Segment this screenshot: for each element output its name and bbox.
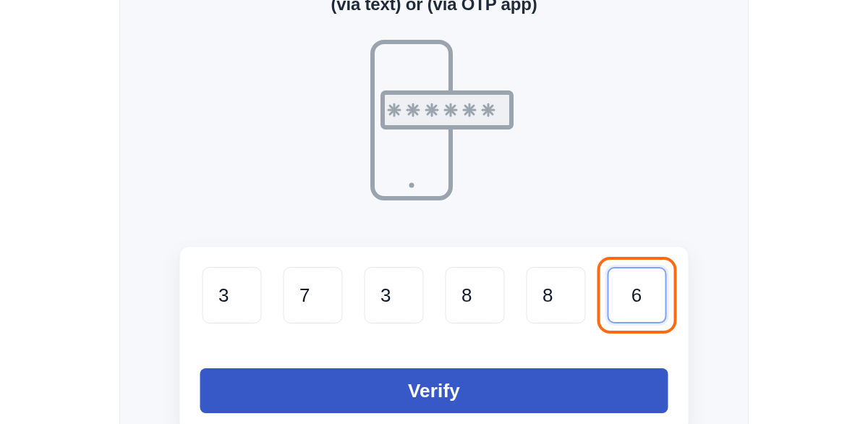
otp-digit-4[interactable] [445, 267, 504, 323]
verify-subtitle: (via text) or (via OTP app) [120, 0, 748, 14]
otp-input-row [200, 267, 668, 323]
phone-otp-icon [351, 36, 517, 231]
otp-digit-6[interactable] [607, 267, 666, 323]
otp-digit-5[interactable] [526, 267, 585, 323]
otp-digit-2[interactable] [283, 267, 342, 323]
verify-panel: (via text) or (via OTP app) [119, 0, 749, 424]
otp-digit-1[interactable] [202, 267, 261, 323]
svg-point-1 [409, 183, 414, 188]
otp-card: Verify [179, 246, 689, 424]
verify-button[interactable]: Verify [200, 368, 668, 413]
page-root: (via text) or (via OTP app) [0, 0, 868, 424]
otp-digit-3[interactable] [364, 267, 423, 323]
